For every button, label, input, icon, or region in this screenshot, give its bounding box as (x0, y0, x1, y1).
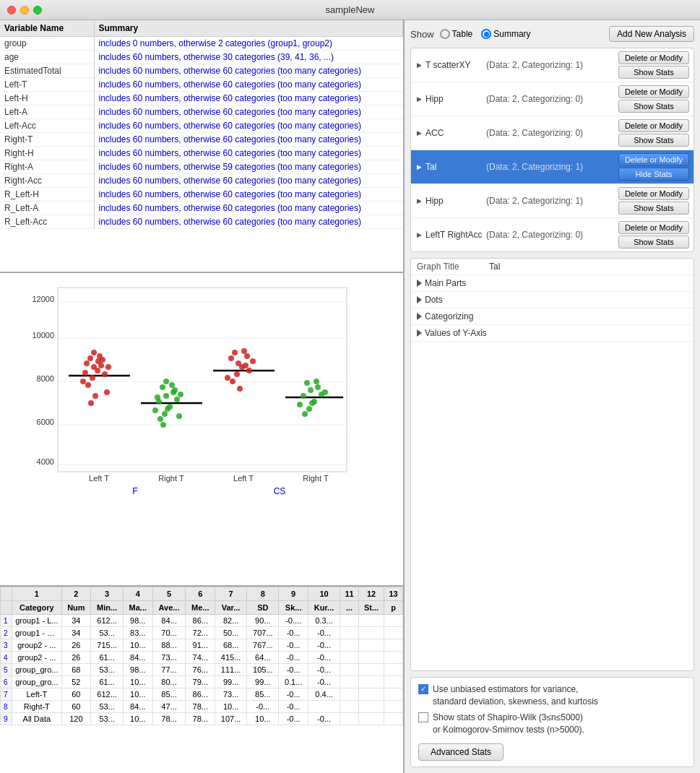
stats-row[interactable]: 5group_gro...6853...98...77...76...111..… (1, 664, 403, 676)
col-max: Ma... (124, 601, 153, 615)
expand-categorizing[interactable]: Categorizing (411, 308, 693, 325)
checkbox-unbiased[interactable] (418, 684, 428, 694)
svg-point-53 (232, 350, 238, 355)
variable-row[interactable]: EstimatedTotalincludes 60 numbers, other… (0, 64, 403, 78)
stats-row[interactable]: 1group1 - L...34612...98...84...86...82.… (1, 615, 403, 627)
stats-cell-8: -0... (247, 701, 279, 713)
advanced-stats-button[interactable]: Advanced Stats (418, 743, 504, 761)
expand-arrow-hipp1[interactable]: ▶ (415, 95, 423, 103)
col-header-8: 8 (247, 587, 279, 601)
delete-modify-btn-hipp1[interactable]: Delete or Modify (618, 85, 689, 98)
stats-table-container[interactable]: 1 2 3 4 5 6 7 8 9 10 11 12 13 (0, 585, 403, 773)
stats-cell-13 (384, 676, 403, 688)
show-stats-btn-tscatterxy[interactable]: Show Stats (618, 66, 689, 79)
stats-cell-5: 85... (152, 688, 186, 701)
expand-main-parts[interactable]: Main Parts (411, 275, 693, 292)
show-stats-btn-hipp1[interactable]: Show Stats (618, 100, 689, 113)
stats-cell-7: 111... (215, 664, 246, 676)
variable-row[interactable]: Left-Aincludes 60 numbers, otherwise 60 … (0, 105, 403, 119)
close-button[interactable] (7, 6, 16, 14)
expand-dots[interactable]: Dots (411, 292, 693, 308)
stats-row[interactable]: 3group2 - ...26715...10...88...91...68..… (1, 639, 403, 652)
stats-cell-10: -0... (308, 627, 340, 639)
analysis-row-hipp1[interactable]: ▶ Hipp (Data: 2, Categorizing: 0) Delete… (411, 82, 693, 116)
analysis-row-hipp2[interactable]: ▶ Hipp (Data: 2, Categorizing: 1) Delete… (411, 184, 693, 218)
show-stats-btn-acc[interactable]: Show Stats (618, 134, 689, 147)
analysis-name-acc: ACC (425, 128, 483, 138)
minimize-button[interactable] (20, 6, 29, 14)
stats-cell-7: 10... (215, 701, 246, 713)
variable-row[interactable]: Left-Tincludes 60 numbers, otherwise 60 … (0, 78, 403, 92)
delete-modify-btn-acc[interactable]: Delete or Modify (618, 119, 689, 132)
variable-row[interactable]: R_Left-Hincludes 60 numbers, otherwise 6… (0, 188, 403, 202)
variable-row[interactable]: ageincludes 60 numbers, otherwise 30 cat… (0, 51, 403, 64)
add-analysis-button[interactable]: Add New Analysis (609, 26, 694, 42)
svg-point-43 (172, 387, 178, 393)
window-title: sampleNew (326, 4, 375, 15)
show-label: Show (410, 29, 434, 40)
delete-modify-btn-leftt[interactable]: Delete or Modify (618, 221, 689, 234)
expand-triangle-main (417, 280, 422, 287)
show-stats-btn-leftt[interactable]: Show Stats (618, 236, 689, 249)
variable-summary-cell: includes 60 numbers, otherwise 60 catego… (94, 92, 403, 105)
delete-modify-btn-tal[interactable]: Delete or Modify (618, 153, 689, 166)
svg-point-59 (230, 379, 236, 384)
radio-table[interactable]: Table (440, 29, 473, 39)
col-header-11: 11 (340, 587, 359, 601)
stats-row[interactable]: 2group1 - R...3453...83...70...72...50..… (1, 627, 403, 639)
stats-cell-2: 52 (61, 676, 91, 688)
stats-cell-7: 73... (215, 688, 246, 701)
variable-row[interactable]: Right-Tincludes 60 numbers, otherwise 60… (0, 133, 403, 147)
expand-arrow-acc[interactable]: ▶ (415, 129, 423, 137)
stats-cell-8: 64... (247, 652, 279, 664)
expand-arrow-hipp2[interactable]: ▶ (415, 197, 423, 204)
variable-table-container[interactable]: Variable Name Summary groupincludes 0 nu… (0, 20, 403, 273)
variable-row[interactable]: Right-Accincludes 60 numbers, otherwise … (0, 174, 403, 188)
col-med: Me... (186, 601, 215, 615)
stats-cell-1: group_gro... (12, 664, 62, 676)
variable-row[interactable]: Right-Hincludes 60 numbers, otherwise 60… (0, 147, 403, 160)
radio-table-circle[interactable] (440, 29, 450, 39)
stats-cell-4: 98... (124, 615, 153, 627)
analysis-row-tscatterxy[interactable]: ▶ T scatterXY (Data: 2, Categorizing: 1)… (411, 48, 693, 82)
col-header-7: 7 (215, 587, 246, 601)
svg-point-22 (85, 382, 91, 388)
stats-row[interactable]: 7Left-T60612...10...85...86...73...85...… (1, 688, 403, 701)
variable-row[interactable]: Left-Hincludes 60 numbers, otherwise 60 … (0, 92, 403, 105)
variable-row[interactable]: R_Left-Aincludes 60 numbers, otherwise 6… (0, 202, 403, 215)
variable-row[interactable]: groupincludes 0 numbers, otherwise 2 cat… (0, 37, 403, 51)
variable-row[interactable]: Left-Accincludes 60 numbers, otherwise 6… (0, 119, 403, 133)
stats-row[interactable]: 8Right-T6053...84...47...78...10...-0...… (1, 701, 403, 713)
analysis-row-leftt-rightacc[interactable]: ▶ LeftT RightAcc (Data: 2, Categorizing:… (411, 218, 693, 251)
stats-cell-7: 99... (215, 676, 246, 688)
expand-arrow-leftt[interactable]: ▶ (415, 231, 423, 238)
col-sd: SD (247, 601, 279, 615)
analysis-row-tal[interactable]: ▶ Tal (Data: 2, Categorizing: 1) Delete … (411, 150, 693, 184)
analysis-row-acc[interactable]: ▶ ACC (Data: 2, Categorizing: 0) Delete … (411, 116, 693, 150)
checkbox-shapiro[interactable] (418, 712, 428, 722)
delete-modify-btn-tscatterxy[interactable]: Delete or Modify (618, 51, 689, 64)
radio-summary[interactable]: Summary (481, 29, 530, 39)
variable-row[interactable]: R_Left-Accincludes 60 numbers, otherwise… (0, 215, 403, 229)
stats-row[interactable]: 4group2 - ...2661...84...73...74...415..… (1, 652, 403, 664)
stats-cell-0: 3 (1, 639, 12, 652)
expand-arrow-tal[interactable]: ▶ (415, 163, 423, 170)
stats-row[interactable]: 6group_gro...5261...10...80...79...99...… (1, 676, 403, 688)
expand-arrow-tscatterxy[interactable]: ▶ (415, 61, 423, 69)
stats-cell-6: 78... (186, 713, 215, 725)
variable-row[interactable]: Right-Aincludes 60 numbers, otherwise 59… (0, 160, 403, 174)
stats-cell-10: -0... (308, 652, 340, 664)
stats-row[interactable]: 9All Data12053...10...78...78...107...10… (1, 713, 403, 725)
stats-cell-12 (358, 639, 384, 652)
svg-point-67 (304, 380, 310, 386)
expand-triangle-cat (417, 313, 422, 320)
delete-modify-btn-hipp2[interactable]: Delete or Modify (618, 187, 689, 200)
stats-cell-11 (340, 664, 359, 676)
hide-stats-btn-tal[interactable]: Hide Stats (618, 168, 689, 181)
maximize-button[interactable] (33, 6, 42, 14)
expand-yaxis[interactable]: Values of Y-Axis (411, 325, 693, 342)
stats-cell-8: 105... (247, 664, 279, 676)
svg-text:Left T: Left T (233, 474, 254, 483)
show-stats-btn-hipp2[interactable]: Show Stats (618, 202, 689, 215)
radio-summary-circle[interactable] (481, 29, 491, 39)
